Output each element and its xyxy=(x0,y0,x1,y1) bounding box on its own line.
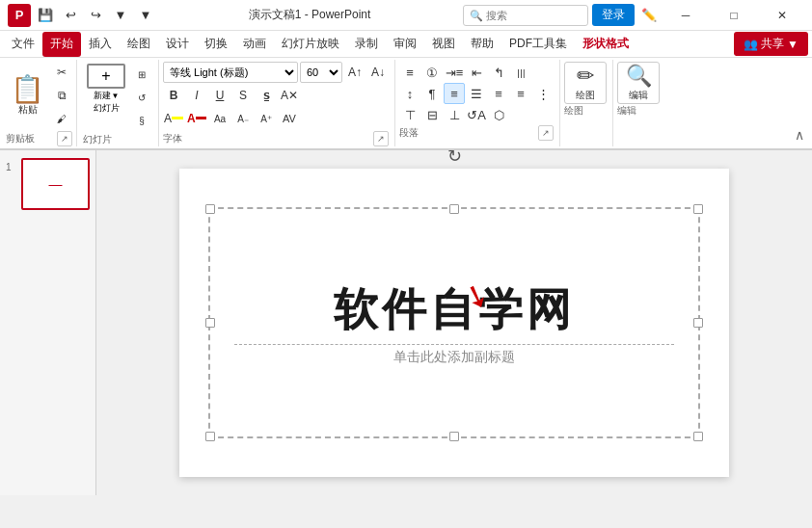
slide-thumbnail-1[interactable]: — xyxy=(21,158,90,210)
search-input[interactable] xyxy=(463,5,588,26)
text-box[interactable]: 软件自学网 ➘ 单击此处添加副标题 xyxy=(208,207,700,438)
menu-record[interactable]: 录制 xyxy=(347,32,386,57)
menu-animation[interactable]: 动画 xyxy=(235,32,274,57)
underline-button[interactable]: U xyxy=(209,85,230,106)
ribbon-collapse-button[interactable]: ∧ xyxy=(795,127,804,143)
strikethrough-button[interactable]: S xyxy=(232,85,254,106)
menu-pdf-tools[interactable]: PDF工具集 xyxy=(501,32,575,57)
clipboard-expand-icon[interactable]: ↗ xyxy=(57,131,72,146)
menu-home[interactable]: 开始 xyxy=(42,32,81,57)
minimize-button[interactable]: ─ xyxy=(663,0,708,31)
align-bottom-button[interactable]: ⊥ xyxy=(444,104,465,125)
draw-button[interactable]: ✏ 绘图 xyxy=(564,62,607,104)
font-color-highlight-button[interactable]: A xyxy=(163,108,184,129)
section-button[interactable]: § xyxy=(131,110,152,131)
bold-button[interactable]: B xyxy=(163,85,184,106)
menu-slideshow[interactable]: 幻灯片放映 xyxy=(274,32,347,57)
layout-button[interactable]: ⊞ xyxy=(131,64,152,85)
para-expand-icon[interactable]: ↗ xyxy=(538,125,554,141)
reset-button[interactable]: ↺ xyxy=(131,87,152,108)
justify-button[interactable]: ≡ xyxy=(510,83,531,104)
line-spacing-button[interactable]: ↕ xyxy=(399,83,420,104)
menu-design[interactable]: 设计 xyxy=(158,32,197,57)
slide-number-1: 1 xyxy=(6,162,17,172)
rotate-handle[interactable]: ↻ xyxy=(447,150,462,167)
rtl-button[interactable]: ↰ xyxy=(488,62,509,83)
subtitle-placeholder-text[interactable]: 单击此处添加副标题 xyxy=(393,349,515,366)
clipboard-group: 📋 粘贴 ✂ ⧉ 🖌 剪贴板 ↗ xyxy=(4,60,77,146)
editing-group: 🔍 编辑 编辑 xyxy=(613,60,665,146)
align-right-button[interactable]: ≡ xyxy=(488,83,509,104)
menu-help[interactable]: 帮助 xyxy=(463,32,501,57)
clear-format-button[interactable]: A✕ xyxy=(279,85,300,106)
smart-art-button[interactable]: ⋮ xyxy=(532,83,554,104)
format-painter-button[interactable]: 🖌 xyxy=(51,108,72,129)
more-commands-button[interactable]: ▼ xyxy=(135,5,156,26)
login-button[interactable]: 登录 xyxy=(592,4,635,26)
draw-label-row: 绘图 xyxy=(564,104,607,118)
align-center-button[interactable]: ☰ xyxy=(466,83,487,104)
new-slide-dropdown-icon[interactable]: ▼ xyxy=(112,92,120,100)
menu-draw[interactable]: 绘图 xyxy=(120,32,158,57)
indent-less-button[interactable]: ⇤ xyxy=(466,62,487,83)
indent-more-button[interactable]: ⇥≡ xyxy=(444,62,465,83)
menu-insert[interactable]: 插入 xyxy=(81,32,120,57)
clipboard-label: 剪贴板 xyxy=(6,132,35,145)
clipboard-label-row: 剪贴板 ↗ xyxy=(6,131,72,146)
save-button[interactable]: 💾 xyxy=(35,5,56,26)
share-icon: 👥 xyxy=(744,38,758,51)
share-button[interactable]: 👥 共享 ▼ xyxy=(734,32,808,56)
change-case-button[interactable]: Aa xyxy=(209,108,230,129)
italic-button[interactable]: I xyxy=(186,85,207,106)
slides-content: + 新建 ▼ 幻灯片 ⊞ ↺ § xyxy=(83,62,152,133)
menu-view[interactable]: 视图 xyxy=(424,32,463,57)
edit-label: 编辑 xyxy=(629,89,648,102)
paste-icon: 📋 xyxy=(11,76,44,103)
decrease-font-button[interactable]: A↓ xyxy=(367,62,389,83)
cut-button[interactable]: ✂ xyxy=(51,62,72,83)
convert-to-smartart-button[interactable]: ⬡ xyxy=(488,104,509,125)
spacing-button[interactable]: AV xyxy=(279,108,300,129)
menu-transition[interactable]: 切换 xyxy=(197,32,235,57)
new-slide-button[interactable]: + 新建 ▼ 幻灯片 xyxy=(83,62,129,133)
edit-button[interactable]: 🔍 编辑 xyxy=(617,62,660,104)
undo-button[interactable]: ↩ xyxy=(60,5,81,26)
bullet-list-button[interactable]: ≡ xyxy=(399,62,420,83)
share-dropdown-icon: ▼ xyxy=(787,38,798,51)
font-row-2: B I U S S̲ A✕ xyxy=(163,85,389,106)
align-middle-button[interactable]: ⊟ xyxy=(421,104,443,125)
font-color-button[interactable]: A xyxy=(186,108,207,129)
close-button[interactable]: ✕ xyxy=(760,0,804,31)
para-row-3: ⊤ ⊟ ⊥ ↺A ⬡ xyxy=(399,104,554,125)
title-bar-left: P 💾 ↩ ↪ ▼ ▼ xyxy=(8,4,156,27)
menu-review[interactable]: 审阅 xyxy=(386,32,424,57)
align-top-button[interactable]: ⊤ xyxy=(399,104,420,125)
font-expand-icon[interactable]: ↗ xyxy=(373,131,389,146)
numbered-list-button[interactable]: ① xyxy=(421,62,443,83)
font-size-selector[interactable]: 60 xyxy=(300,62,342,83)
redo-button[interactable]: ↪ xyxy=(85,5,106,26)
menu-file[interactable]: 文件 xyxy=(4,32,42,57)
menu-shape-format[interactable]: 形状格式 xyxy=(575,32,636,57)
customize-quick-access-button[interactable]: ▼ xyxy=(110,5,131,26)
main-title-text[interactable]: 软件自学网 xyxy=(334,280,575,340)
column-button[interactable]: ⫼ xyxy=(510,62,531,83)
paste-button[interactable]: 📋 粘贴 xyxy=(6,62,49,131)
text-direction-button[interactable]: ↺A xyxy=(466,104,487,125)
font-color-icon: A xyxy=(164,112,172,125)
copy-button[interactable]: ⧉ xyxy=(51,85,72,106)
shadow-button[interactable]: S̲ xyxy=(256,85,277,106)
draw-icon: ✏ xyxy=(577,64,594,89)
increase-font-button[interactable]: A↑ xyxy=(344,62,365,83)
ink-icon[interactable]: ✏️ xyxy=(638,5,660,26)
draw-label: 绘图 xyxy=(576,89,595,102)
font-family-selector[interactable]: 等线 Light (标题) xyxy=(163,62,298,83)
align-left-button[interactable]: ≡ xyxy=(444,83,465,104)
maximize-button[interactable]: □ xyxy=(712,0,756,31)
font-row-3: A A Aa A₋ A⁺ AV xyxy=(163,108,389,129)
ribbon-area: 📋 粘贴 ✂ ⧉ 🖌 剪贴板 ↗ + 新建 xyxy=(0,58,812,150)
canvas-area[interactable]: ↻ 软件自学网 ➘ 单击此处添加副标题 xyxy=(96,150,812,495)
para-more-button[interactable]: ¶ xyxy=(421,83,443,104)
subscript-button[interactable]: A₋ xyxy=(232,108,254,129)
superscript-button[interactable]: A⁺ xyxy=(256,108,277,129)
